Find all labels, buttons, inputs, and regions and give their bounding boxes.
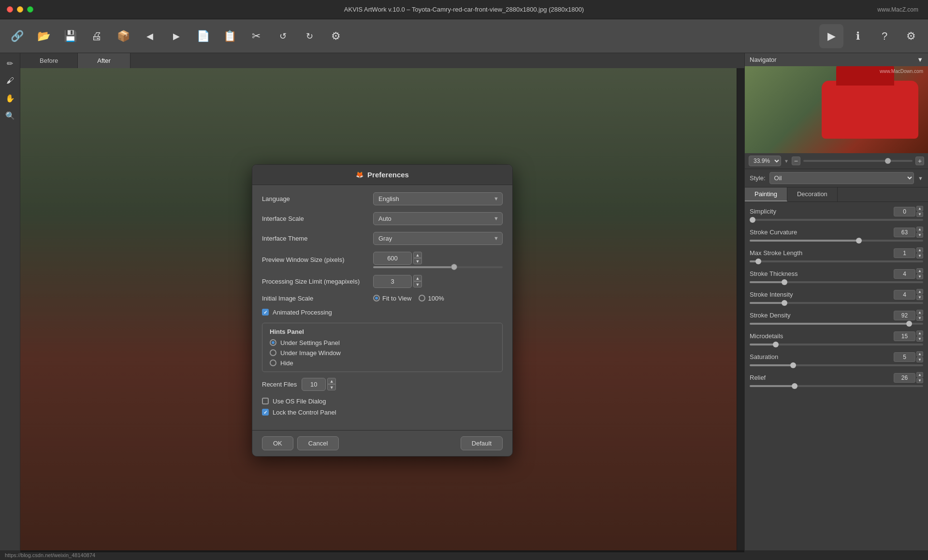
close-button[interactable]: [7, 6, 13, 13]
param-stroke-intensity-up[interactable]: ▲: [916, 289, 923, 294]
param-saturation-input[interactable]: [894, 352, 915, 362]
interface-scale-select[interactable]: Auto 100% 125%: [373, 212, 503, 225]
animated-processing-checkbox[interactable]: [262, 309, 269, 316]
param-stroke-thickness-thumb[interactable]: [782, 279, 787, 285]
param-stroke-curvature-slider[interactable]: [750, 240, 923, 242]
lock-control-panel-checkbox[interactable]: [262, 409, 269, 416]
toolbar-icon-link[interactable]: 🔗: [5, 24, 29, 48]
ok-button[interactable]: OK: [262, 436, 293, 450]
param-simplicity-input[interactable]: [894, 207, 915, 216]
tab-after[interactable]: After: [78, 53, 130, 68]
scale-100-radio[interactable]: [419, 295, 425, 302]
interface-theme-select[interactable]: Gray Dark Light: [373, 232, 503, 245]
param-simplicity-up[interactable]: ▲: [916, 206, 923, 211]
toolbar-icon-redo[interactable]: ▶: [164, 24, 188, 48]
toolbar-icon-cut[interactable]: ✂: [244, 24, 268, 48]
zoom-slider-thumb[interactable]: [885, 158, 891, 164]
param-max-stroke-length-input[interactable]: [894, 248, 915, 258]
toolbar-icon-rotate-r[interactable]: ↻: [297, 24, 321, 48]
tool-pan[interactable]: ✋: [2, 90, 18, 106]
toolbar-icon-save[interactable]: 💾: [58, 24, 82, 48]
language-select[interactable]: English Deutsch Français: [373, 192, 503, 205]
param-microdetails-input[interactable]: [894, 331, 915, 341]
hints-image-radio[interactable]: [270, 349, 276, 356]
tool-brush[interactable]: 🖌: [2, 73, 18, 88]
param-stroke-intensity-thumb[interactable]: [782, 300, 787, 306]
param-saturation-up[interactable]: ▲: [916, 351, 923, 357]
recent-files-up[interactable]: ▲: [327, 378, 336, 384]
param-stroke-thickness-up[interactable]: ▲: [916, 268, 923, 273]
preview-size-slider-thumb[interactable]: [451, 264, 457, 270]
processing-limit-up[interactable]: ▲: [413, 275, 422, 281]
param-max-stroke-length-thumb[interactable]: [755, 258, 761, 264]
preview-size-slider[interactable]: [373, 266, 503, 268]
hints-under-settings[interactable]: Under Settings Panel: [270, 339, 495, 346]
preview-size-input[interactable]: [373, 252, 412, 265]
param-simplicity-slider[interactable]: [750, 219, 923, 221]
param-simplicity-down[interactable]: ▼: [916, 212, 923, 217]
param-stroke-curvature-thumb[interactable]: [856, 238, 862, 244]
toolbar-icon-undo[interactable]: ◀: [138, 24, 162, 48]
recent-files-down[interactable]: ▼: [327, 384, 336, 390]
hints-settings-radio[interactable]: [270, 339, 276, 346]
param-relief-slider[interactable]: [750, 385, 923, 387]
param-simplicity-thumb[interactable]: [750, 217, 755, 223]
zoom-out-button[interactable]: −: [792, 157, 800, 165]
param-relief-thumb[interactable]: [792, 383, 798, 389]
cancel-button[interactable]: Cancel: [297, 436, 339, 450]
param-max-stroke-length-slider[interactable]: [750, 260, 923, 262]
toolbar-icon-rotate-l[interactable]: ↺: [271, 24, 295, 48]
param-stroke-curvature-input[interactable]: [894, 228, 915, 237]
toolbar-icon-paste[interactable]: 📋: [218, 24, 242, 48]
toolbar-icon-export[interactable]: 📦: [111, 24, 135, 48]
scale-fit-radio[interactable]: [373, 295, 380, 302]
hints-under-image[interactable]: Under Image Window: [270, 349, 495, 357]
zoom-slider[interactable]: [803, 160, 913, 162]
param-relief-input[interactable]: [894, 373, 915, 383]
param-stroke-thickness-slider[interactable]: [750, 281, 923, 283]
preview-size-down[interactable]: ▼: [413, 258, 422, 264]
tool-pen[interactable]: ✏: [2, 56, 18, 71]
recent-files-input[interactable]: [302, 378, 326, 391]
hints-hide[interactable]: Hide: [270, 359, 495, 367]
zoom-select[interactable]: 33.9%: [749, 156, 781, 166]
scale-fit-view[interactable]: Fit to View: [373, 295, 411, 302]
param-max-stroke-length-up[interactable]: ▲: [916, 247, 923, 253]
param-stroke-intensity-slider[interactable]: [750, 302, 923, 304]
param-relief-down[interactable]: ▼: [916, 378, 923, 383]
param-stroke-density-up[interactable]: ▲: [916, 310, 923, 315]
toolbar-info-button[interactable]: ℹ: [846, 24, 870, 48]
param-stroke-curvature-up[interactable]: ▲: [916, 227, 923, 232]
default-button[interactable]: Default: [461, 436, 503, 450]
param-stroke-intensity-down[interactable]: ▼: [916, 295, 923, 300]
param-saturation-slider[interactable]: [750, 364, 923, 366]
param-stroke-density-input[interactable]: [894, 311, 915, 320]
param-microdetails-up[interactable]: ▲: [916, 330, 923, 336]
window-controls[interactable]: [7, 6, 33, 13]
lock-control-panel-option[interactable]: Lock the Control Panel: [262, 409, 336, 416]
param-microdetails-slider[interactable]: [750, 344, 923, 345]
preview-size-up[interactable]: ▲: [413, 252, 422, 258]
use-os-dialog-option[interactable]: Use OS File Dialog: [262, 398, 326, 405]
param-stroke-thickness-input[interactable]: [894, 269, 915, 279]
hints-hide-radio[interactable]: [270, 359, 276, 366]
tool-zoom[interactable]: 🔍: [2, 108, 18, 123]
param-stroke-density-thumb[interactable]: [906, 321, 912, 327]
toolbar-icon-open[interactable]: 📂: [31, 24, 56, 48]
scale-100pct[interactable]: 100%: [419, 295, 444, 302]
param-max-stroke-length-down[interactable]: ▼: [916, 253, 923, 258]
param-microdetails-thumb[interactable]: [773, 342, 779, 347]
toolbar-icon-copy[interactable]: 📄: [191, 24, 215, 48]
processing-limit-input[interactable]: [373, 275, 412, 288]
param-stroke-intensity-input[interactable]: [894, 290, 915, 300]
animated-processing-option[interactable]: Animated Processing: [262, 309, 332, 316]
param-stroke-curvature-down[interactable]: ▼: [916, 232, 923, 238]
processing-limit-down[interactable]: ▼: [413, 281, 422, 287]
toolbar-icon-settings[interactable]: ⚙: [324, 24, 348, 48]
use-os-dialog-checkbox[interactable]: [262, 398, 269, 404]
zoom-in-button[interactable]: +: [915, 157, 924, 165]
toolbar-run-button[interactable]: ▶: [819, 24, 843, 48]
style-select[interactable]: Oil Watercolor Pencil: [769, 172, 914, 184]
param-stroke-density-down[interactable]: ▼: [916, 316, 923, 321]
param-stroke-thickness-down[interactable]: ▼: [916, 274, 923, 279]
